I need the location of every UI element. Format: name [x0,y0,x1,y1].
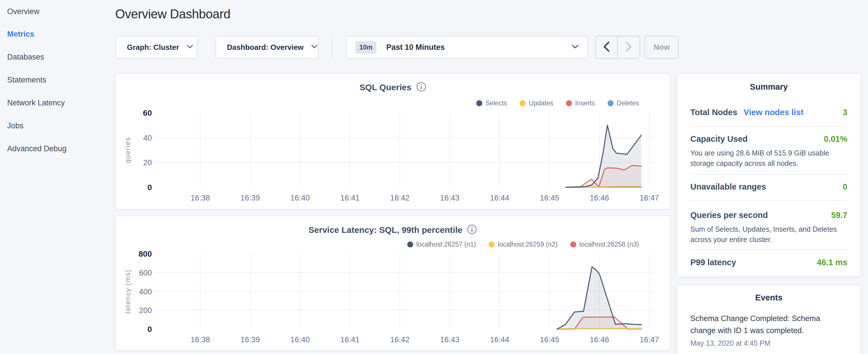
y-axis-tick-label: 800 [138,250,152,258]
summary-label: Total Nodes [690,108,737,117]
x-axis-tick-label: 16:38 [191,194,210,202]
summary-panel: Summary Total Nodes View nodes list 3 Ca… [677,73,861,277]
x-axis-tick-label: 16:45 [540,194,559,202]
chevron-left-icon [602,41,610,53]
x-axis-tick-label: 16:42 [390,194,410,202]
summary-description: Sum of Selects, Updates, Inserts, and De… [690,224,847,245]
y-axis-tick-label: 20 [143,158,152,167]
x-axis-tick-label: 16:41 [340,335,360,344]
series-area [557,267,641,329]
summary-row-p99-latency: P99 latency 46.1 ms [690,250,847,275]
summary-value: 3 [843,108,847,117]
time-step-buttons [595,36,640,59]
y-axis-tick-label: 600 [139,269,152,277]
x-axis-tick-label: 16:44 [490,194,509,202]
events-panel: Events Schema Change Completed: Schema c… [677,284,861,354]
prev-time-button[interactable] [596,36,618,58]
y-axis-tick-label: 200 [139,306,152,315]
summary-label: Unavailable ranges [690,182,766,192]
summary-label: P99 latency [690,258,736,267]
chart-title: SQL Queries [359,83,411,92]
y-axis-tick-label: 40 [143,134,152,142]
y-axis-tick-label: 60 [143,108,152,118]
next-time-button[interactable] [618,36,640,58]
graph-dropdown[interactable]: Graph: Cluster [116,36,197,59]
summary-label: Capacity Used [690,134,748,144]
sidebar-item-statements[interactable]: Statements [7,74,46,86]
x-axis-tick-label: 16:44 [490,335,509,344]
toolbar-divider [332,37,333,58]
info-icon[interactable] [416,82,426,93]
summary-value: 0.01% [824,134,847,144]
summary-row-capacity-used: Capacity Used 0.01% You are using 28.6 M… [690,127,847,175]
x-axis-tick-label: 16:46 [590,335,609,344]
chevron-down-icon [311,44,318,50]
page-title: Overview Dashboard [115,7,230,21]
sidebar-item-metrics[interactable]: Metrics [7,28,34,40]
y-axis-tick-label: 0 [147,183,152,192]
y-axis-title: queries [124,137,131,164]
time-range-selector[interactable]: 10m Past 10 Minutes [346,36,588,59]
event-text: Schema Change Completed: Schema change w… [690,313,847,337]
dashboard-dropdown[interactable]: Dashboard: Overview [216,36,319,59]
y-axis-tick-label: 0 [147,325,152,334]
graph-dropdown-label: Graph: Cluster [127,43,179,52]
summary-row-total-nodes: Total Nodes View nodes list 3 [690,92,847,127]
sql-queries-chart[interactable]: 16:3816:3916:4016:4116:4216:4316:4416:45… [116,98,670,209]
x-axis-tick-label: 16:40 [290,335,310,344]
sidebar-item-jobs[interactable]: Jobs [7,120,24,132]
event-list-item[interactable]: Schema Change Completed: Schema change w… [677,302,861,347]
summary-value: 59.7 [831,211,847,220]
x-axis-tick-label: 16:41 [340,194,360,202]
sidebar: Overview Metrics Databases Statements Ne… [0,0,115,354]
y-axis-tick-label: 400 [139,288,152,296]
summary-row-queries-per-second: Queries per second 59.7 Sum of Selects, … [690,201,847,250]
chart-title: Service Latency: SQL, 99th percentile [309,225,463,235]
x-axis-tick-label: 16:47 [640,335,659,344]
info-icon[interactable] [467,224,477,236]
events-title: Events [677,293,861,302]
summary-description: You are using 28.6 MiB of 515.9 GiB usab… [690,148,847,168]
sidebar-item-databases[interactable]: Databases [7,51,44,63]
dashboard-dropdown-label: Dashboard: Overview [227,43,304,52]
chevron-down-icon [571,44,579,51]
summary-value: 46.1 ms [817,258,847,267]
x-axis-tick-label: 16:42 [390,335,410,344]
summary-row-unavailable-ranges: Unavailable ranges 0 [690,175,847,201]
service-latency-chart-card: Service Latency: SQL, 99th percentile lo… [115,216,671,351]
sql-queries-chart-card: SQL Queries SelectsUpdatesInsertsDeletes… [115,73,671,210]
x-axis-tick-label: 16:43 [440,194,460,202]
chevron-right-icon [625,41,632,53]
y-axis-title: latency (ms) [124,269,131,314]
x-axis-tick-label: 16:38 [191,335,210,344]
event-timestamp: May 13, 2020 at 4:45 PM [690,339,847,347]
x-axis-tick-label: 16:43 [440,335,460,344]
chevron-down-icon [187,44,193,50]
summary-value: 0 [843,182,847,192]
series-area [566,125,641,187]
sidebar-item-overview[interactable]: Overview [7,5,39,18]
summary-title: Summary [677,82,861,92]
x-axis-tick-label: 16:39 [241,194,260,202]
time-window-label: Past 10 Minutes [386,43,564,52]
x-axis-tick-label: 16:47 [640,194,659,202]
time-window-badge: 10m [355,41,376,54]
x-axis-tick-label: 16:46 [590,194,609,202]
service-latency-chart[interactable]: 16:3816:3916:4016:4116:4216:4316:4416:45… [116,241,670,351]
sidebar-item-network-latency[interactable]: Network Latency [7,97,65,109]
sidebar-item-advanced-debug[interactable]: Advanced Debug [7,142,66,155]
x-axis-tick-label: 16:45 [540,335,559,344]
x-axis-tick-label: 16:40 [290,194,310,202]
view-nodes-list-link[interactable]: View nodes list [744,108,804,117]
summary-label: Queries per second [690,211,768,220]
now-button[interactable]: Now [645,36,679,59]
x-axis-tick-label: 16:39 [241,335,260,344]
